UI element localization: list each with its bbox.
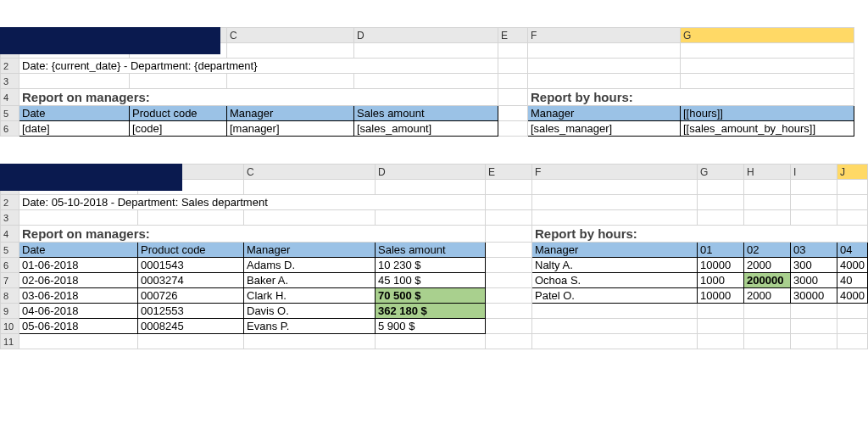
column-header-D[interactable]: D <box>354 28 498 43</box>
table-cell[interactable]: 45 100 $ <box>376 273 486 288</box>
section-title-left[interactable]: Report on managers: <box>19 226 486 243</box>
row-header-2[interactable]: 2 <box>1 59 19 74</box>
table-header[interactable]: Sales amount <box>376 243 486 258</box>
cell[interactable] <box>498 121 528 137</box>
cell[interactable] <box>681 59 854 74</box>
cell[interactable] <box>486 319 532 334</box>
table-header[interactable]: Date <box>19 243 138 258</box>
table-cell[interactable]: 0001543 <box>138 258 244 273</box>
table-cell[interactable]: 10 230 $ <box>376 258 486 273</box>
cell[interactable] <box>376 334 486 349</box>
table-cell[interactable]: 10000 <box>698 258 744 273</box>
table-cell[interactable]: 2000 <box>744 258 791 273</box>
cell[interactable] <box>698 334 744 349</box>
cell[interactable] <box>698 319 744 334</box>
section-title-right[interactable]: Report by hours: <box>532 226 868 243</box>
cell[interactable] <box>486 304 532 319</box>
cell[interactable] <box>837 210 868 226</box>
cell[interactable] <box>19 210 138 226</box>
info-line[interactable]: Date: {current_date} - Department: {depa… <box>19 59 498 74</box>
row-header-10[interactable]: 10 <box>1 319 19 334</box>
cell[interactable] <box>532 195 698 210</box>
column-header-I[interactable]: I <box>791 165 837 180</box>
cell[interactable] <box>244 334 376 349</box>
cell[interactable] <box>791 210 837 226</box>
cell[interactable] <box>532 180 698 195</box>
cell[interactable] <box>528 59 681 74</box>
table-cell[interactable]: 300 <box>791 258 837 273</box>
cell[interactable] <box>837 195 868 210</box>
cell[interactable] <box>486 334 532 349</box>
column-header-E[interactable]: E <box>486 165 532 180</box>
table-cell[interactable]: [code] <box>130 121 227 137</box>
table-cell[interactable]: [[sales_amount_by_hours]] <box>681 121 854 137</box>
table-cell[interactable]: Adams D. <box>244 258 376 273</box>
section-title-left[interactable]: Report on managers: <box>19 89 498 106</box>
table-cell[interactable]: 02-06-2018 <box>19 273 138 288</box>
cell[interactable] <box>744 334 791 349</box>
row-header-9[interactable]: 9 <box>1 304 19 319</box>
cell[interactable] <box>744 319 791 334</box>
table-cell[interactable]: 1000 <box>698 273 744 288</box>
table-cell[interactable]: 0008245 <box>138 319 244 334</box>
cell[interactable] <box>532 319 698 334</box>
table-header[interactable]: Manager <box>227 106 354 121</box>
cell[interactable] <box>498 89 528 106</box>
table-header[interactable]: [[hours]] <box>681 106 854 121</box>
table-cell[interactable]: 362 180 $ <box>376 304 486 319</box>
table-header[interactable]: Product code <box>138 243 244 258</box>
column-header-C[interactable]: C <box>244 165 376 180</box>
cell[interactable] <box>376 210 486 226</box>
row-header-4[interactable]: 4 <box>1 226 19 243</box>
table-cell[interactable]: 03-06-2018 <box>19 288 138 304</box>
table-cell[interactable]: 04-06-2018 <box>19 304 138 319</box>
table-cell[interactable]: 40 <box>837 273 868 288</box>
cell[interactable] <box>138 334 244 349</box>
cell[interactable] <box>791 319 837 334</box>
table-cell[interactable]: 0012553 <box>138 304 244 319</box>
cell[interactable] <box>698 180 744 195</box>
cell[interactable] <box>791 304 837 319</box>
table-header[interactable]: Manager <box>244 243 376 258</box>
cell[interactable] <box>244 210 376 226</box>
cell[interactable] <box>837 304 868 319</box>
cell[interactable] <box>486 288 532 304</box>
table-cell[interactable]: [manager] <box>227 121 354 137</box>
table-cell[interactable]: 200000 <box>744 273 791 288</box>
table-header[interactable]: Sales amount <box>354 106 498 121</box>
table-cell[interactable]: [date] <box>19 121 130 137</box>
cell[interactable] <box>532 304 698 319</box>
cell[interactable] <box>227 74 354 89</box>
cell[interactable] <box>791 334 837 349</box>
cell[interactable] <box>791 195 837 210</box>
cell[interactable] <box>837 319 868 334</box>
cell[interactable] <box>130 74 227 89</box>
cell[interactable] <box>744 195 791 210</box>
column-header-F[interactable]: F <box>528 28 681 43</box>
cell[interactable] <box>354 74 498 89</box>
cell[interactable] <box>498 106 528 121</box>
cell[interactable] <box>354 43 498 59</box>
table-cell[interactable]: Nalty A. <box>532 258 698 273</box>
column-header-E[interactable]: E <box>498 28 528 43</box>
row-header-5[interactable]: 5 <box>1 106 19 121</box>
cell[interactable] <box>532 334 698 349</box>
table-cell[interactable]: Evans P. <box>244 319 376 334</box>
table-cell[interactable]: 01-06-2018 <box>19 258 138 273</box>
table-header[interactable]: 04 <box>837 243 868 258</box>
section-title-right[interactable]: Report by hours: <box>528 89 854 106</box>
table-header[interactable]: 02 <box>744 243 791 258</box>
cell[interactable] <box>698 195 744 210</box>
cell[interactable] <box>486 195 532 210</box>
table-cell[interactable]: 05-06-2018 <box>19 319 138 334</box>
row-header-7[interactable]: 7 <box>1 273 19 288</box>
table-cell[interactable]: 10000 <box>698 288 744 304</box>
cell[interactable] <box>227 43 354 59</box>
cell[interactable] <box>498 74 528 89</box>
column-header-F[interactable]: F <box>532 165 698 180</box>
table-header[interactable]: Date <box>19 106 130 121</box>
column-header-G[interactable]: G <box>698 165 744 180</box>
cell[interactable] <box>528 43 681 59</box>
column-header-H[interactable]: H <box>744 165 791 180</box>
cell[interactable] <box>486 273 532 288</box>
